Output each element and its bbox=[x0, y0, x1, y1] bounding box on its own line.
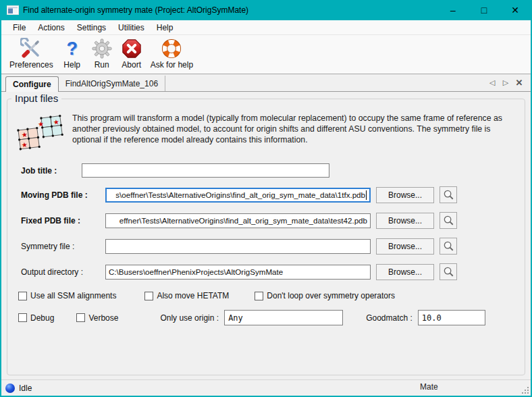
description-row: ★ ★ ★ ★ bbox=[14, 113, 518, 153]
tools-icon bbox=[20, 38, 42, 59]
text-caret bbox=[366, 190, 367, 200]
menu-utilities[interactable]: Utilities bbox=[112, 22, 151, 34]
status-text: Idle bbox=[19, 383, 32, 393]
symmetry-file-row: Symmetry file : Browse... bbox=[14, 238, 518, 255]
moving-pdb-browse-button[interactable]: Browse... bbox=[376, 187, 434, 203]
svg-text:★: ★ bbox=[21, 141, 28, 149]
magnifier-icon bbox=[443, 240, 454, 252]
goodmatch-input[interactable]: 10.0 bbox=[418, 310, 485, 325]
lifebuoy-icon bbox=[161, 38, 182, 59]
configure-panel: Input files ★ ★ bbox=[1, 92, 531, 379]
checkbox-box bbox=[18, 292, 27, 300]
title-bar[interactable]: Find alternate-origin symmetry mate (Pro… bbox=[1, 0, 531, 20]
tab-scroll-right-icon[interactable]: ▷ bbox=[500, 77, 512, 89]
only-use-origin-value: Any bbox=[228, 313, 243, 323]
checkbox-box bbox=[255, 292, 263, 300]
lattice-diagram-icon: ★ ★ ★ ★ bbox=[16, 114, 68, 153]
group-title: Input files bbox=[11, 92, 61, 104]
checkbox-row-2: Debug Verbose Only use origin : Any Good… bbox=[14, 310, 518, 325]
moving-pdb-value: s\oeffner\Tests\AlternativeOrigins\find_… bbox=[115, 190, 365, 199]
menu-actions[interactable]: Actions bbox=[32, 22, 70, 34]
moving-pdb-label: Moving PDB file : bbox=[14, 190, 105, 200]
run-label: Run bbox=[95, 60, 109, 70]
debug-checkbox[interactable]: Debug bbox=[18, 313, 54, 323]
dont-loop-symmetry-operators-checkbox[interactable]: Don't loop over symmetry operators bbox=[255, 291, 395, 300]
goodmatch-value: 10.0 bbox=[422, 313, 442, 323]
status-sphere-icon bbox=[5, 383, 15, 393]
status-bar: Idle Mate bbox=[1, 379, 531, 396]
goodmatch-label: Goodmatch : bbox=[359, 313, 413, 323]
fixed-pdb-view-button[interactable] bbox=[440, 212, 457, 229]
menu-bar: File Actions Settings Utilities Help bbox=[1, 20, 531, 35]
checkbox-row-1: Use all SSM alignments Also move HETATM … bbox=[14, 291, 518, 300]
job-title-input[interactable] bbox=[82, 163, 329, 178]
magnifier-icon bbox=[443, 189, 454, 201]
tab-close-icon[interactable]: ✕ bbox=[513, 77, 525, 89]
checkbox-label: Also move HETATM bbox=[157, 291, 229, 300]
verbose-checkbox[interactable]: Verbose bbox=[76, 313, 118, 323]
tab-findaltorigsymmate-106[interactable]: FindAltOrigSymMate_106 bbox=[59, 76, 165, 91]
input-files-groupbox: Input files ★ ★ bbox=[7, 99, 525, 375]
window-title: Find alternate-origin symmetry mate (Pro… bbox=[23, 5, 248, 15]
magnifier-icon bbox=[443, 215, 454, 226]
toolbar: Preferences ? Help bbox=[1, 35, 531, 74]
menu-settings[interactable]: Settings bbox=[71, 22, 112, 34]
fixed-pdb-browse-button[interactable]: Browse... bbox=[376, 213, 434, 229]
svg-text:★: ★ bbox=[21, 130, 28, 138]
status-right-text: Mate bbox=[420, 382, 438, 392]
moving-pdb-row: Moving PDB file : s\oeffner\Tests\Altern… bbox=[14, 186, 518, 203]
only-use-origin-input[interactable]: Any bbox=[224, 310, 343, 325]
window-controls: – □ ✕ bbox=[437, 0, 531, 20]
tab-configure[interactable]: Configure bbox=[5, 76, 59, 92]
resize-grip[interactable] bbox=[521, 386, 529, 394]
abort-button[interactable]: Abort bbox=[117, 37, 147, 70]
app-window-icon bbox=[7, 5, 19, 15]
tab-scroll-left-icon[interactable]: ◁ bbox=[486, 77, 498, 89]
program-description: This program will transform a model (typ… bbox=[72, 113, 518, 153]
symmetry-file-label: Symmetry file : bbox=[14, 242, 105, 251]
help-label: Help bbox=[63, 60, 80, 70]
preferences-label: Preferences bbox=[9, 60, 53, 70]
also-move-hetatm-checkbox[interactable]: Also move HETATM bbox=[144, 291, 229, 300]
use-all-ssm-alignments-checkbox[interactable]: Use all SSM alignments bbox=[18, 291, 116, 300]
checkbox-box bbox=[18, 313, 27, 322]
abort-stop-icon bbox=[121, 38, 142, 59]
checkbox-label: Debug bbox=[30, 313, 54, 323]
symmetry-file-view-button[interactable] bbox=[440, 238, 457, 255]
output-directory-value: C:\Busers\oeffner\PhenixProjects\AltOrig… bbox=[109, 267, 283, 276]
output-directory-input[interactable]: C:\Busers\oeffner\PhenixProjects\AltOrig… bbox=[105, 265, 371, 280]
fixed-pdb-value: effner\Tests\AlternativeOrigins\find_alt… bbox=[119, 216, 367, 225]
moving-pdb-input[interactable]: s\oeffner\Tests\AlternativeOrigins\find_… bbox=[105, 188, 371, 203]
run-button[interactable]: Run bbox=[87, 37, 117, 70]
symmetry-file-input[interactable] bbox=[105, 239, 371, 254]
menu-file[interactable]: File bbox=[7, 22, 32, 34]
output-directory-browse-button[interactable]: Browse... bbox=[376, 264, 434, 280]
job-title-label: Job title : bbox=[14, 166, 82, 176]
fixed-pdb-input[interactable]: effner\Tests\AlternativeOrigins\find_alt… bbox=[105, 213, 371, 228]
symmetry-file-browse-button[interactable]: Browse... bbox=[376, 238, 434, 255]
fixed-pdb-row: Fixed PDB file : effner\Tests\Alternativ… bbox=[14, 212, 518, 229]
checkbox-label: Use all SSM alignments bbox=[30, 291, 116, 300]
ask-for-help-button[interactable]: Ask for help bbox=[147, 37, 197, 70]
checkbox-box bbox=[76, 313, 85, 322]
minimize-button[interactable]: – bbox=[437, 0, 469, 20]
close-button[interactable]: ✕ bbox=[500, 0, 531, 20]
checkbox-box bbox=[144, 292, 153, 300]
maximize-button[interactable]: □ bbox=[469, 0, 500, 20]
moving-pdb-view-button[interactable] bbox=[440, 186, 457, 203]
gear-icon bbox=[91, 38, 113, 59]
app-window: Find alternate-origin symmetry mate (Pro… bbox=[0, 0, 532, 397]
help-button[interactable]: ? Help bbox=[57, 37, 87, 70]
magnifier-icon bbox=[443, 266, 454, 277]
question-icon: ? bbox=[61, 38, 83, 59]
output-directory-view-button[interactable] bbox=[440, 263, 457, 280]
output-directory-row: Output directory : C:\Busers\oeffner\Phe… bbox=[14, 263, 518, 280]
job-title-row: Job title : bbox=[14, 163, 518, 178]
ask-for-help-label: Ask for help bbox=[151, 60, 193, 70]
svg-text:★: ★ bbox=[37, 120, 44, 128]
output-directory-label: Output directory : bbox=[14, 267, 105, 277]
menu-help[interactable]: Help bbox=[151, 22, 180, 34]
preferences-button[interactable]: Preferences bbox=[5, 37, 57, 70]
tab-nav-controls: ◁ ▷ ✕ bbox=[486, 74, 531, 91]
checkbox-label: Don't loop over symmetry operators bbox=[267, 291, 395, 300]
